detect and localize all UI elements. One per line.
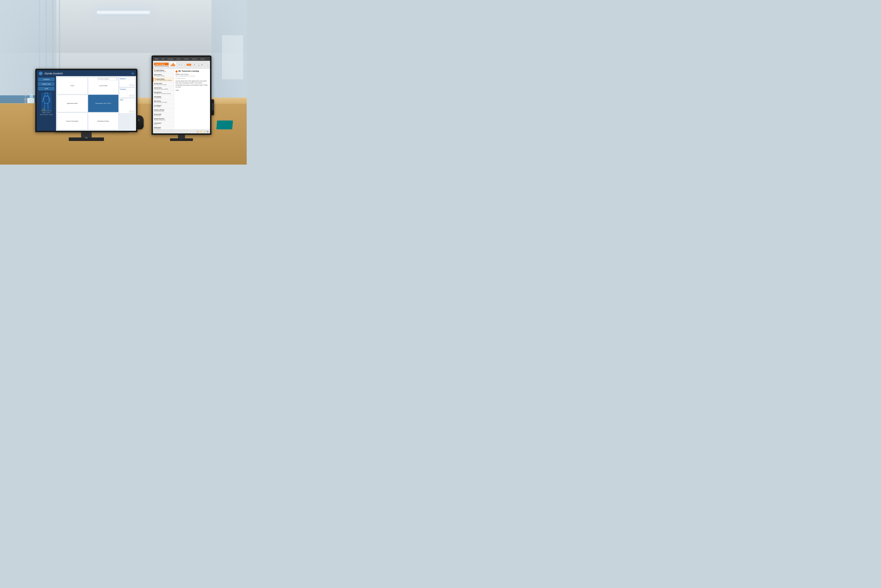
medical-bottle — [30, 93, 33, 103]
underline-btn[interactable]: U — [198, 64, 200, 66]
email-sender-name: Joni Nguyen — [154, 105, 173, 106]
email-sender-name: Ella Martinez — [154, 92, 173, 93]
onset-label: Onset — [70, 85, 74, 87]
email-from-field: FROM: Angela Bigsby — [175, 74, 208, 75]
font-color-btn[interactable]: A — [204, 64, 207, 66]
nav-sports[interactable]: Sports — [176, 58, 181, 60]
email-item[interactable]: Emily Davis RE: Montana — [153, 126, 174, 129]
svg-rect-8 — [41, 92, 52, 112]
to-label: To: — [175, 78, 177, 79]
email-preview-text: RE: Montana — [154, 128, 173, 129]
abc-btn[interactable]: ABC — [200, 64, 204, 66]
clipboard-icon[interactable]: 📋 — [196, 130, 199, 133]
continue-button[interactable]: Continue — [38, 78, 55, 81]
treatment-content[interactable] — [120, 91, 134, 94]
notes-expand-btn[interactable]: + — [129, 111, 132, 112]
breathing-cell[interactable]: Breathing Problem — [88, 112, 118, 130]
notes-content[interactable] — [120, 101, 134, 110]
from-label: FROM: — [175, 74, 180, 75]
email-item[interactable]: Joni Nguyen Fiesta — [153, 122, 174, 126]
nav-finance[interactable]: Finance — [183, 58, 189, 60]
surgery-dropdown[interactable]: No known surgeries ▼ — [97, 78, 118, 80]
diagnosis-info-btn[interactable]: i — [132, 84, 134, 86]
nav-weather[interactable]: Weather — [191, 58, 198, 60]
nav-schedule-label: Schedule — [167, 58, 173, 60]
svg-text:Bal: Bal — [172, 63, 173, 64]
sent-label: Sent: — [175, 75, 178, 76]
email-item[interactable]: Emma Smith RE: Montana — [153, 113, 174, 117]
medical-app: ← Glynda Goodrich ⚙ Continue Switch View… — [37, 70, 136, 131]
appearance-label: Appearance/Skin — [67, 102, 78, 104]
font-size-btn[interactable]: A — [207, 64, 209, 66]
monitors-area: ← Glynda Goodrich ⚙ Continue Switch View… — [35, 67, 215, 141]
email-item[interactable]: Donald Hartwood National company bus — [153, 117, 174, 122]
med-app-header: ← Glynda Goodrich ⚙ — [37, 70, 136, 76]
format-A-small-btn[interactable]: A- — [184, 64, 186, 66]
folder-icon[interactable]: 📁 — [200, 130, 203, 133]
settings-footer-icon[interactable]: ⚙ — [207, 130, 208, 133]
email-preview-text: Who stole my lunch bag?! — [154, 102, 173, 103]
email-sender-name: Angela Bigsby — [154, 78, 173, 80]
medical-app-screen: ← Glynda Goodrich ⚙ Continue Switch View… — [37, 70, 136, 131]
email-item[interactable]: Angela Bigsby about tomorrow's lunch — [153, 69, 174, 73]
email-item[interactable]: Arun Murjid Incredible idea! — [153, 95, 174, 99]
temperature-cell[interactable]: Temperature 100.1-102°F — [88, 95, 118, 112]
svg-rect-4 — [25, 100, 25, 104]
email-item[interactable]: Outdoors Retailer 50% off winter wear — [153, 108, 174, 113]
treatment-section: Treatment + i — [119, 88, 135, 98]
email-preview-text: RE: Tuesday — [154, 106, 173, 107]
to-value: Work Account — [177, 78, 185, 79]
email-toolbar: Angela Bigsby about tomorrow's meeting — [153, 61, 210, 69]
switch-view-button[interactable]: Switch View — [38, 82, 55, 86]
email-preview-text: RE: Your flight itinerary to Newark, NJ — [154, 80, 173, 81]
nav-schedule[interactable]: Schedule — [167, 58, 174, 60]
settings-icon[interactable]: ⚙ — [132, 72, 134, 75]
nav-home[interactable]: Home — [154, 58, 159, 60]
seizure-cell[interactable]: Seizure Description — [57, 112, 88, 130]
treatment-info-btn[interactable]: i — [132, 94, 134, 97]
email-subject-line: RE: Tomorrow's meeting — [178, 70, 199, 72]
selected-contact-badge[interactable]: Angela Bigsby — [154, 63, 169, 65]
format-A-large-btn[interactable]: A+ — [181, 64, 184, 66]
format-reset-btn[interactable]: Reset — [187, 64, 191, 66]
email-item[interactable]: Ella Martinez Thoughts for Thursday's se… — [153, 91, 174, 95]
nav-games[interactable]: Games — [200, 58, 205, 60]
treatment-expand-btn[interactable]: + — [129, 94, 132, 97]
email-item[interactable]: Kristine Heart RE: Tomorrow's meeting — [153, 82, 174, 86]
diagnosis-label: Diagnosis — [120, 78, 134, 80]
italic-btn[interactable]: I — [196, 64, 198, 66]
diagnosis-section: Diagnosis + i — [119, 77, 135, 87]
onset-cell[interactable]: Onset — [57, 77, 88, 94]
unread-dot — [154, 70, 155, 70]
email-reading-pane: RE: Tomorrow's meeting FROM: Angela Bigs… — [174, 69, 210, 129]
email-sender-name: Arun Murjid — [154, 96, 173, 97]
email-item[interactable]: Arnold Tenor New parking spots available — [153, 86, 174, 91]
email-item[interactable]: Matt Chang Who stole my lunch bag?! — [153, 99, 174, 104]
diagnosis-content[interactable] — [120, 80, 134, 84]
email-sender-name: Angela Bigsby — [154, 70, 173, 71]
appearance-cell[interactable]: Appearance/Skin — [57, 95, 88, 112]
lock-button[interactable]: Lock — [38, 87, 55, 91]
email-item[interactable]: Patrick Black RE: Today's meeting — [153, 73, 174, 78]
med-main-content: No known surgeries ▼ Onset — [56, 76, 136, 131]
grid-row-3: Seizure Description Breathing Problem — [57, 112, 118, 130]
nav-weather-label: Weather — [192, 58, 197, 60]
email-footer: 📋 📁 ✓ ⚙ — [153, 129, 210, 134]
email-item[interactable]: Joni Nguyen RE: Tuesday — [153, 104, 174, 108]
email-item-selected[interactable]: Angela Bigsby RE: Your flight itinerary … — [153, 78, 174, 82]
temperature-label: Temperature 100.1-102°F — [95, 102, 111, 104]
bold-btn[interactable]: B — [193, 64, 196, 66]
email-sender-name: Emily Davis — [154, 127, 173, 128]
notes-info-btn[interactable]: i — [132, 111, 134, 112]
svg-point-0 — [24, 90, 27, 93]
chart-icon[interactable]: Ac Bal Che — [169, 62, 176, 67]
back-button[interactable]: ← — [39, 72, 43, 75]
diagnosis-expand-btn[interactable]: + — [129, 84, 132, 86]
checkmark-icon[interactable]: ✓ — [204, 130, 205, 133]
selected-contact-name: Angela Bigsby — [155, 63, 165, 65]
nav-mail[interactable]: Mail — [161, 58, 165, 60]
patient-weight: Weight: 146 lbs — [42, 112, 51, 114]
email-body-content: Can you please look at the agenda items … — [175, 80, 208, 88]
email-sender-name: Outdoors Retailer — [154, 109, 173, 111]
email-app: Home Mail Schedule Sports Finance — [153, 57, 210, 134]
